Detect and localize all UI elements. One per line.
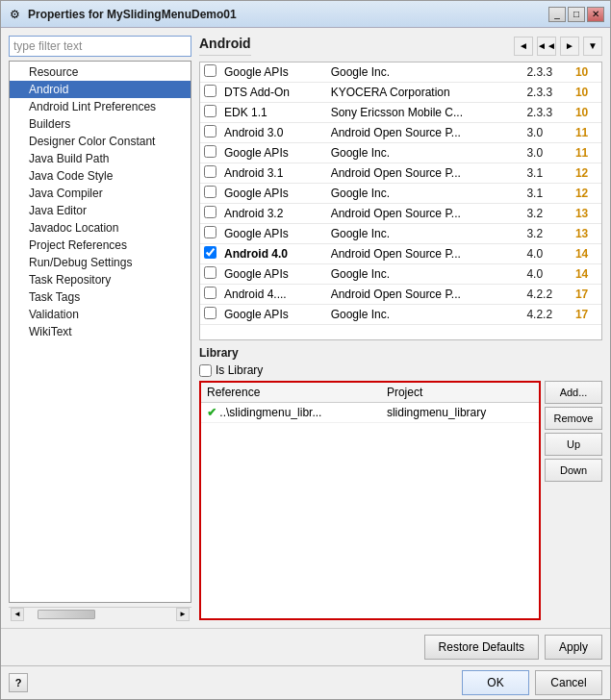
bottom-bar: Restore Defaults Apply — [1, 628, 610, 665]
left-panel: ResourceAndroidAndroid Lint PreferencesB… — [9, 36, 191, 620]
sidebar-item-task-tags[interactable]: Task Tags — [10, 288, 191, 306]
row-checkbox[interactable] — [204, 186, 216, 198]
row-api: 11 — [572, 123, 601, 143]
row-vendor: Android Open Source P... — [327, 204, 523, 224]
row-version: 2.3.3 — [522, 62, 572, 83]
row-version: 3.0 — [522, 123, 572, 143]
apply-button[interactable]: Apply — [545, 635, 602, 660]
row-checkbox[interactable] — [204, 287, 216, 299]
right-panel: Android ◄ ◄◄ ► ▼ Google APIs Google Inc.… — [199, 36, 602, 620]
nav-back-button[interactable]: ◄ — [514, 37, 533, 56]
row-api: 10 — [572, 103, 601, 123]
is-library-row: Is Library — [199, 363, 602, 377]
nav-forward-button[interactable]: ► — [560, 37, 579, 56]
restore-defaults-button[interactable]: Restore Defaults — [424, 635, 539, 660]
cancel-button[interactable]: Cancel — [535, 670, 602, 695]
row-name: Google APIs — [220, 264, 327, 285]
row-checkbox-cell — [200, 204, 220, 224]
up-button[interactable]: Up — [545, 433, 602, 456]
sidebar-item-validation[interactable]: Validation — [10, 306, 191, 323]
row-api: 12 — [572, 163, 601, 184]
properties-window: ⚙ Properties for MySlidingMenuDemo01 _ □… — [0, 0, 611, 700]
scroll-thumb[interactable] — [38, 610, 95, 619]
row-name: DTS Add-On — [220, 83, 327, 103]
row-vendor: KYOCERA Corporation — [327, 83, 523, 103]
row-checkbox-cell — [200, 285, 220, 305]
android-table: Google APIs Google Inc. 2.3.3 10 DTS Add… — [200, 62, 601, 325]
row-checkbox[interactable] — [204, 145, 216, 158]
row-checkbox-cell — [200, 83, 220, 103]
window-icon: ⚙ — [7, 7, 22, 22]
row-api: 10 — [572, 83, 601, 103]
row-checkbox-cell — [200, 103, 220, 123]
sidebar-item-java-code-style[interactable]: Java Code Style — [10, 167, 191, 185]
sidebar-item-designer-color-constant[interactable]: Designer Color Constant — [10, 133, 191, 150]
down-button[interactable]: Down — [545, 459, 602, 482]
row-checkbox[interactable] — [204, 85, 216, 97]
table-row: Android 3.0 Android Open Source P... 3.0… — [200, 123, 601, 143]
row-vendor: Google Inc. — [327, 62, 523, 83]
sidebar-item-resource[interactable]: Resource — [10, 63, 191, 81]
row-checkbox[interactable] — [204, 246, 216, 259]
row-checkbox-cell — [200, 123, 220, 143]
sidebar-item-android[interactable]: Android — [10, 81, 191, 98]
nav-dropdown-button[interactable]: ▼ — [583, 37, 602, 56]
sidebar-item-android-lint-preferences[interactable]: Android Lint Preferences — [10, 98, 191, 115]
maximize-button[interactable]: □ — [568, 7, 585, 22]
row-api: 14 — [572, 244, 601, 264]
ok-button[interactable]: OK — [462, 670, 529, 695]
sidebar-item-task-repository[interactable]: Task Repository — [10, 271, 191, 288]
row-checkbox[interactable] — [204, 206, 216, 218]
table-row: Android 4.0 Android Open Source P... 4.0… — [200, 244, 601, 264]
row-vendor: Google Inc. — [327, 224, 523, 244]
sidebar-item-java-build-path[interactable]: Java Build Path — [10, 150, 191, 167]
title-bar: ⚙ Properties for MySlidingMenuDemo01 _ □… — [1, 1, 610, 28]
sidebar-item-project-references[interactable]: Project References — [10, 237, 191, 254]
row-checkbox-cell — [200, 244, 220, 264]
footer-bar: ? OK Cancel — [1, 665, 610, 699]
row-checkbox[interactable] — [204, 64, 216, 77]
scroll-left-button[interactable]: ◄ — [11, 608, 24, 621]
nav-back2-button[interactable]: ◄◄ — [537, 37, 556, 56]
row-checkbox-cell — [200, 143, 220, 163]
row-vendor: Google Inc. — [327, 143, 523, 163]
project-header: Project — [381, 383, 539, 403]
row-checkbox[interactable] — [204, 307, 216, 319]
sidebar-item-builders[interactable]: Builders — [10, 115, 191, 133]
table-row: Google APIs Google Inc. 2.3.3 10 — [200, 62, 601, 83]
library-table: Reference Project ✔ ..\slidingmenu_libr.… — [201, 383, 539, 423]
is-library-checkbox[interactable] — [199, 364, 212, 377]
filter-input[interactable] — [9, 36, 191, 57]
row-version: 2.3.3 — [522, 83, 572, 103]
row-vendor: Google Inc. — [327, 264, 523, 285]
remove-button[interactable]: Remove — [545, 407, 602, 430]
scroll-right-button[interactable]: ► — [176, 608, 190, 621]
minimize-button[interactable]: _ — [548, 7, 566, 22]
row-name: Android 3.0 — [220, 123, 327, 143]
row-checkbox[interactable] — [204, 165, 216, 178]
row-version: 3.1 — [522, 184, 572, 204]
sidebar-item-javadoc-location[interactable]: Javadoc Location — [10, 219, 191, 237]
row-version: 4.2.2 — [522, 285, 572, 305]
row-version: 3.0 — [522, 143, 572, 163]
row-version: 4.0 — [522, 244, 572, 264]
library-content: Reference Project ✔ ..\slidingmenu_libr.… — [199, 381, 602, 620]
row-name: Android 4.... — [220, 285, 327, 305]
sidebar-item-java-editor[interactable]: Java Editor — [10, 202, 191, 219]
row-checkbox-cell — [200, 264, 220, 285]
section-title: Android — [199, 36, 251, 56]
row-checkbox[interactable] — [204, 105, 216, 117]
row-checkbox[interactable] — [204, 226, 216, 238]
sidebar-item-wikitext[interactable]: WikiText — [10, 323, 191, 340]
help-button[interactable]: ? — [9, 673, 28, 692]
table-row: Google APIs Google Inc. 4.2.2 17 — [200, 305, 601, 325]
row-version: 4.0 — [522, 264, 572, 285]
close-button[interactable]: ✕ — [587, 7, 604, 22]
row-checkbox[interactable] — [204, 266, 216, 279]
add-button[interactable]: Add... — [545, 381, 602, 404]
row-checkbox[interactable] — [204, 125, 216, 138]
table-row: DTS Add-On KYOCERA Corporation 2.3.3 10 — [200, 83, 601, 103]
row-name: Google APIs — [220, 143, 327, 163]
sidebar-item-run/debug-settings[interactable]: Run/Debug Settings — [10, 254, 191, 271]
sidebar-item-java-compiler[interactable]: Java Compiler — [10, 185, 191, 202]
